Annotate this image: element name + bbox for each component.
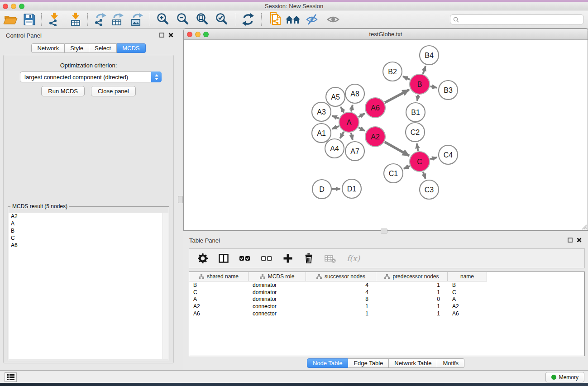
task-history-button[interactable] [5, 372, 17, 382]
save-session-icon[interactable] [20, 12, 38, 27]
deselect-all-icon[interactable] [261, 253, 272, 264]
graph-node-label: B1 [411, 109, 420, 116]
export-image-icon[interactable] [129, 12, 146, 27]
graph-node-label: C4 [444, 151, 453, 159]
resize-grip-icon[interactable] [581, 224, 587, 229]
list-item[interactable]: B [9, 227, 168, 234]
tab-network[interactable]: Network [31, 43, 65, 53]
import-table-icon[interactable] [67, 12, 84, 27]
graph-edge[interactable] [351, 133, 353, 140]
graph-edge[interactable] [385, 142, 409, 156]
hide-selected-eye-slash-icon[interactable] [304, 12, 321, 27]
zoom-fit-icon[interactable] [194, 12, 211, 27]
run-mcds-button[interactable]: Run MCDS [41, 86, 85, 96]
graph-edge[interactable] [332, 116, 339, 119]
mcds-result-list[interactable]: A2 A B C A6 [9, 213, 168, 359]
mcds-result-title: MCDS result (5 nodes) [10, 203, 69, 210]
table-row[interactable]: Bdominator41B [189, 281, 584, 289]
tab-mcds[interactable]: MCDS [117, 43, 145, 53]
table-row[interactable]: Adominator80A [189, 296, 584, 303]
graph-edge[interactable] [403, 76, 410, 80]
desktop-strip-bottom [0, 383, 588, 386]
add-column-icon[interactable] [282, 253, 293, 264]
scrollbar[interactable] [163, 213, 168, 359]
graph-edge[interactable] [430, 86, 437, 88]
network-canvas[interactable]: B4B2BB3A8A5A6A3B1AC2A1A2A4A7C4CC1D1DC3 [184, 40, 588, 230]
string-type-icon [199, 274, 204, 279]
graph-edge[interactable] [423, 172, 425, 179]
tab-edge-table[interactable]: Edge Table [348, 358, 389, 368]
graph-edge[interactable] [423, 66, 425, 74]
open-session-icon[interactable] [2, 12, 19, 27]
close-panel-icon[interactable] [577, 238, 582, 243]
column-header[interactable]: MCDS role [249, 272, 306, 281]
table-row[interactable]: A6connector11A6 [189, 310, 584, 317]
houses-icon[interactable] [284, 12, 301, 27]
graph-node-label: A1 [317, 129, 326, 137]
horizontal-splitter-grip[interactable] [381, 229, 387, 234]
graph-edge[interactable] [332, 126, 339, 129]
select-all-icon[interactable] [239, 253, 251, 264]
float-panel-icon[interactable] [568, 238, 573, 243]
graph-node-label: A3 [317, 108, 326, 116]
tab-select[interactable]: Select [89, 43, 117, 53]
search-input[interactable] [450, 14, 584, 24]
zoom-selected-icon[interactable] [214, 12, 231, 27]
table-panel-title: Table Panel [189, 237, 220, 244]
import-network-icon[interactable] [46, 12, 63, 27]
graph-node-label: A5 [331, 93, 340, 101]
node-table: shared name MCDS role successor nodes pr… [189, 272, 585, 356]
zoom-in-icon[interactable] [155, 12, 172, 27]
criterion-dropdown[interactable]: largest connected component (directed) [20, 71, 162, 82]
graph-node-label: A8 [350, 90, 359, 98]
tab-style[interactable]: Style [65, 43, 89, 53]
list-item[interactable]: A [9, 220, 168, 227]
gear-icon[interactable] [197, 253, 208, 264]
graph-node-label: C2 [411, 129, 420, 136]
table-row[interactable]: A2connector11A2 [189, 303, 584, 310]
list-item[interactable]: A6 [9, 242, 168, 249]
tab-network-table[interactable]: Network Table [389, 358, 437, 368]
vertical-splitter-grip[interactable] [178, 196, 183, 203]
graph-node-label: B3 [444, 86, 453, 94]
network-window-titlebar[interactable]: testGlobe.txt [184, 29, 588, 40]
export-table-icon[interactable] [109, 12, 126, 27]
tab-motifs[interactable]: Motifs [437, 358, 464, 368]
column-header[interactable]: successor nodes [306, 272, 376, 281]
graph-edge[interactable] [417, 95, 418, 101]
close-panel-icon[interactable] [168, 33, 173, 38]
network-view-window: testGlobe.txt B4B2BB3A8A5A6A3B1AC2A1A2A4… [183, 29, 588, 231]
graph-edge[interactable] [385, 90, 409, 102]
graph-edge[interactable] [359, 114, 365, 117]
graph-edge[interactable] [404, 166, 410, 169]
column-header[interactable]: shared name [189, 272, 249, 281]
list-item[interactable]: C [9, 234, 168, 242]
graph-edge[interactable] [340, 132, 344, 138]
graph-edge[interactable] [351, 105, 353, 112]
delete-column-icon[interactable] [303, 253, 314, 264]
graph-edge[interactable] [359, 128, 365, 131]
delete-table-icon[interactable] [324, 253, 337, 264]
graph-edge[interactable] [341, 107, 344, 112]
close-panel-button[interactable]: Close panel [91, 86, 136, 96]
show-all-eye-icon[interactable] [325, 12, 342, 27]
tab-node-table[interactable]: Node Table [307, 358, 349, 368]
function-builder-icon[interactable]: f(x) [347, 254, 360, 263]
export-network-icon[interactable] [92, 12, 109, 27]
mcds-panel: Optimization criterion: largest connecte… [3, 55, 174, 363]
graph-edge[interactable] [430, 157, 437, 159]
zoom-out-icon[interactable] [175, 12, 192, 27]
optimization-criterion-label: Optimization criterion: [4, 62, 173, 69]
table-row[interactable]: Cdominator41C [189, 289, 584, 296]
memory-button[interactable]: Memory [545, 372, 584, 382]
graph-edge[interactable] [417, 143, 418, 151]
clone-network-icon[interactable] [267, 12, 284, 27]
columns-icon[interactable] [218, 253, 229, 264]
float-panel-icon[interactable] [159, 33, 164, 38]
column-header[interactable]: name [448, 272, 487, 281]
list-item[interactable]: A2 [9, 213, 168, 220]
column-header[interactable]: predecessor nodes [376, 272, 448, 281]
main-toolbar [0, 10, 588, 29]
refresh-layout-icon[interactable] [239, 12, 257, 27]
graph-node-label: D [319, 186, 325, 193]
